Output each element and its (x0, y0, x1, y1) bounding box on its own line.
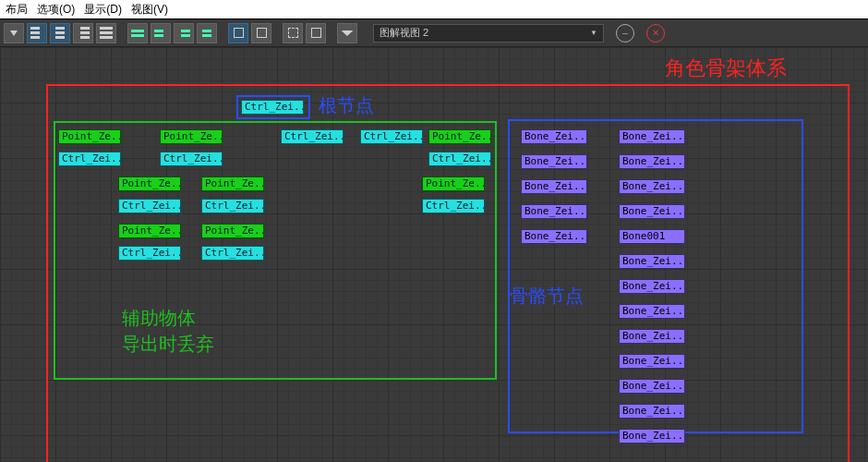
toolbar-btn-1[interactable] (4, 23, 24, 43)
node-col1-p1[interactable]: Point_Ze... (58, 129, 121, 144)
toolbar-btn-13[interactable] (306, 23, 326, 43)
node-col1-c1[interactable]: Ctrl_Zei... (58, 152, 121, 166)
node-col6-p[interactable]: Point_Ze... (428, 129, 491, 144)
toolbar-btn-5[interactable] (96, 23, 116, 43)
chevron-down-icon: ▼ (590, 29, 597, 37)
bone-right-9[interactable]: Bone_Zei... (619, 354, 685, 369)
toolbar-circ-minus[interactable]: – (616, 24, 634, 43)
toolbar-circ-close[interactable]: ✕ (646, 24, 665, 43)
toolbar-btn-6[interactable] (127, 23, 148, 43)
bone-right-6[interactable]: Bone_Zei... (619, 279, 685, 294)
bone-right-3[interactable]: Bone_Zei... (619, 204, 685, 219)
bone-right-7[interactable]: Bone_Zei... (619, 304, 685, 319)
node-col2-c3[interactable]: Ctrl_Zei... (118, 246, 181, 261)
node-col2-c1[interactable]: Ctrl_Zei... (160, 152, 223, 166)
toolbar-btn-12[interactable] (283, 23, 303, 43)
schematic-canvas[interactable]: 角色骨架体系 根节点 辅助物体 导出时丢弃 骨骼节点 Ctrl_Zei... P… (0, 47, 868, 462)
bone-right-5[interactable]: Bone_Zei... (619, 254, 685, 269)
anno-text-bones: 骨骼节点 (510, 284, 584, 309)
bone-left-0[interactable]: Bone_Zei... (521, 129, 587, 144)
menu-view[interactable]: 视图(V) (131, 2, 168, 18)
bone-right-10[interactable]: Bone_Zei... (619, 379, 685, 394)
toolbar-btn-9[interactable] (197, 23, 217, 43)
menu-layout[interactable]: 布局 (6, 2, 28, 18)
menubar: 布局 选项(O) 显示(D) 视图(V) (0, 0, 868, 18)
node-col2-p2[interactable]: Point_Ze... (118, 176, 181, 191)
node-col6-p2[interactable]: Point_Ze... (422, 176, 485, 191)
menu-options[interactable]: 选项(O) (37, 2, 75, 18)
node-col6-c1[interactable]: Ctrl_Zei... (428, 152, 491, 166)
node-col3-c2[interactable]: Ctrl_Zei... (201, 246, 264, 261)
node-col3-c1[interactable]: Ctrl_Zei... (201, 199, 264, 213)
node-col2-p1[interactable]: Point_Ze... (160, 129, 223, 144)
bone-right-1[interactable]: Bone_Zei... (619, 154, 685, 169)
bone-right-12[interactable]: Bone_Zei... (619, 429, 685, 444)
view-dropdown[interactable]: 图解视图 2 ▼ (373, 24, 604, 43)
node-ctrl-root[interactable]: Ctrl_Zei... (241, 100, 304, 115)
bone-right-11[interactable]: Bone_Zei... (619, 404, 685, 419)
node-col3-p2[interactable]: Point_Ze... (201, 224, 264, 238)
node-col3-p1[interactable]: Point_Ze... (201, 176, 264, 191)
bone-left-3[interactable]: Bone_Zei... (521, 204, 587, 219)
node-col2-c2[interactable]: Ctrl_Zei... (118, 199, 181, 213)
view-dropdown-label: 图解视图 2 (380, 26, 428, 40)
node-col6-c2[interactable]: Ctrl_Zei... (422, 199, 485, 213)
toolbar-btn-14[interactable] (337, 23, 357, 43)
bone-left-2[interactable]: Bone_Zei... (521, 179, 587, 194)
toolbar-btn-8[interactable] (174, 23, 194, 43)
toolbar-btn-2[interactable] (27, 23, 47, 43)
bone-left-1[interactable]: Bone_Zei... (521, 154, 587, 169)
anno-text-helper1: 辅助物体 (122, 306, 196, 331)
menu-display[interactable]: 显示(D) (84, 2, 122, 18)
anno-text-root: 根节点 (319, 93, 374, 118)
toolbar-btn-3[interactable] (50, 23, 70, 43)
bone-left-4[interactable]: Bone_Zei... (521, 229, 587, 244)
node-col4[interactable]: Ctrl_Zei... (281, 129, 344, 144)
toolbar-btn-11[interactable] (251, 23, 271, 43)
toolbar-btn-4[interactable] (73, 23, 93, 43)
toolbar-btn-7[interactable] (151, 23, 171, 43)
anno-text-title: 角色骨架体系 (665, 55, 787, 82)
anno-text-helper2: 导出时丢弃 (122, 332, 214, 357)
bone-right-0[interactable]: Bone_Zei... (619, 129, 685, 144)
node-col2-p3[interactable]: Point_Ze... (118, 224, 181, 238)
toolbar: 图解视图 2 ▼ – ✕ (0, 19, 868, 47)
toolbar-btn-10[interactable] (228, 23, 248, 43)
bone-right-4[interactable]: Bone001 (619, 229, 685, 244)
bone-right-2[interactable]: Bone_Zei... (619, 179, 685, 194)
bone-right-8[interactable]: Bone_Zei... (619, 329, 685, 344)
node-col5[interactable]: Ctrl_Zei... (360, 129, 423, 144)
